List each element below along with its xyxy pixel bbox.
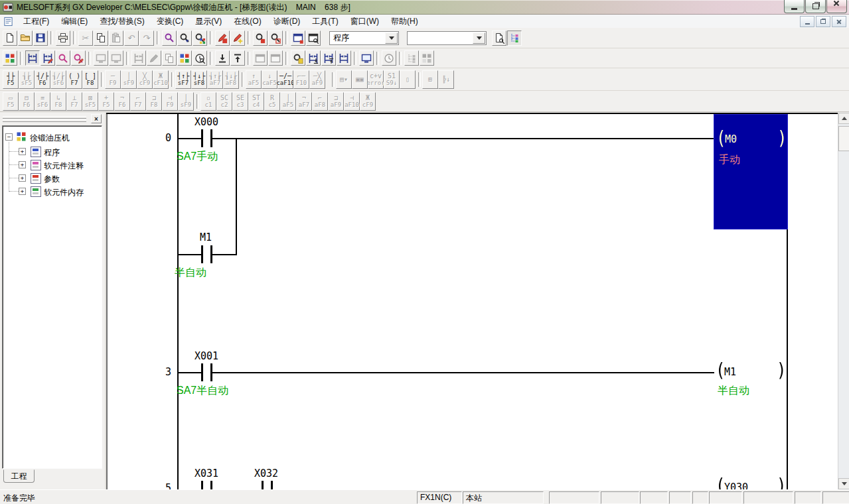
yellow-page-icon [297, 58, 304, 64]
mode-toolbar [0, 48, 849, 68]
comment-display-button[interactable] [492, 31, 506, 46]
coil-label[interactable]: M1 [724, 366, 736, 378]
zoom-button[interactable] [253, 31, 268, 46]
device-batch-monitor-button[interactable] [291, 50, 305, 66]
menu-item-help[interactable]: 帮助(H) [385, 15, 424, 29]
step-number: 5 [145, 482, 171, 489]
panel-close-button[interactable]: × [91, 114, 102, 123]
contact-label[interactable]: X031 [194, 468, 218, 479]
redo-icon: ↷ [143, 34, 151, 42]
sfc-step-button: ▭F5 [3, 92, 19, 111]
selection-cursor[interactable]: ( M0 ) 手动 [714, 114, 788, 229]
menu-item-diagnostics[interactable]: 诊断(D) [268, 15, 307, 29]
invert-operation-button[interactable]: ─/─caF10 [277, 70, 293, 89]
coil-label[interactable]: M0 [725, 133, 737, 145]
closed-contact-button[interactable]: ┤/├F6 [35, 70, 50, 89]
tree-expander[interactable]: + [19, 148, 26, 155]
delete-column-button[interactable] [321, 50, 336, 66]
find-instruction-button[interactable] [193, 31, 207, 46]
menu-item-project[interactable]: 工程(F) [17, 15, 55, 29]
print-button[interactable] [56, 31, 70, 46]
scroll-up-button[interactable] [838, 113, 849, 124]
ladder-symbol-toolbar: ┤├F5┧┟sF5┤/├F6┧/┟sF6( )F7[ ]F8─F9│sF9╳cF… [0, 68, 849, 91]
contact-label[interactable]: X032 [254, 468, 278, 479]
project-tree-toggle-button[interactable] [507, 31, 522, 46]
panel-grip[interactable] [3, 119, 86, 122]
tree-item-device-memory[interactable]: + 软元件内存 [3, 186, 102, 198]
zoom-area-button[interactable] [268, 31, 283, 46]
menu-item-view[interactable]: 显示(V) [189, 15, 228, 29]
tree-children: + 程序 + 软元件注释 + 参数 [3, 126, 102, 468]
vertical-scrollbar[interactable] [838, 113, 849, 489]
panel-grip[interactable] [3, 116, 86, 119]
tree-item-device-comment[interactable]: + 软元件注释 [3, 159, 102, 171]
coil-button[interactable]: ( )F7 [66, 70, 82, 89]
save-button[interactable] [33, 31, 48, 46]
menu-item-tools[interactable]: 工具(T) [306, 15, 344, 29]
scroll-down-button[interactable] [838, 478, 849, 489]
contact-label[interactable]: X000 [194, 116, 218, 128]
restore-button[interactable] [805, 0, 826, 13]
data-combo[interactable] [407, 31, 487, 45]
close-button[interactable] [826, 0, 847, 13]
new-button[interactable] [3, 31, 17, 46]
coil-label[interactable]: Y030 [724, 481, 748, 489]
read-mode-button[interactable] [25, 50, 40, 66]
mdi-restore-button[interactable] [816, 16, 830, 27]
mdi-close-button[interactable] [832, 16, 846, 27]
project-search-button[interactable] [306, 31, 321, 46]
menu-item-find-replace[interactable]: 查找/替换(S) [94, 15, 150, 29]
program-convert-button[interactable] [3, 50, 17, 66]
insert-row-button[interactable] [215, 50, 230, 66]
mdi-minimize-button[interactable] [800, 16, 814, 27]
wire [178, 138, 202, 139]
open-button[interactable] [18, 31, 33, 46]
grid-mini-icon [199, 38, 206, 44]
open-contact-button[interactable]: ┤├F5 [3, 70, 19, 89]
toolbar-separator [354, 52, 356, 65]
arrow-mini-icon [328, 58, 335, 64]
monitor-write-mode-button[interactable] [71, 50, 86, 66]
menu-item-window[interactable]: 窗口(W) [345, 15, 385, 29]
contact-label[interactable]: M1 [200, 231, 212, 243]
program-combo[interactable]: 程序 [329, 31, 399, 45]
edit-connection-button[interactable] [337, 50, 351, 66]
contact-label[interactable]: X001 [194, 350, 218, 362]
rising-pulse-button[interactable]: ┤↑├sF7 [175, 70, 191, 89]
menu-item-edit[interactable]: 编辑(E) [55, 15, 94, 29]
project-tab[interactable]: 工程 [3, 470, 35, 483]
tree-expander[interactable]: + [19, 188, 26, 195]
chevron-down-icon [389, 36, 394, 40]
line-f10-button: ⌐─F10 [293, 70, 309, 89]
find-button[interactable] [162, 31, 177, 46]
copy-button[interactable] [94, 31, 108, 46]
display-mode-button[interactable] [359, 50, 374, 66]
monitor-mode-button[interactable] [56, 50, 70, 66]
find-device-button[interactable] [177, 31, 192, 46]
insert-column-button[interactable] [306, 50, 321, 66]
scrollbar-thumb[interactable] [838, 126, 849, 151]
ladder-edit-button[interactable] [215, 31, 230, 46]
tree-item-program[interactable]: + 程序 [3, 146, 102, 158]
minimize-button[interactable] [784, 0, 805, 13]
toolbar-separator [157, 31, 159, 44]
pencil-mini-icon [47, 58, 54, 64]
menu-item-convert[interactable]: 变换(C) [151, 15, 190, 29]
block-convert-button: ╠↓ [438, 70, 454, 89]
delete-row-button[interactable] [230, 50, 245, 66]
online-change-button[interactable] [177, 50, 192, 66]
ladder-canvas[interactable]: 0 X000 SA7手动 M1 半自动 ( M0 ) 手动 3 X001 SA7… [106, 113, 838, 489]
menu-item-online[interactable]: 在线(O) [228, 15, 267, 29]
tree-expander[interactable]: + [19, 174, 26, 182]
write-mode-button[interactable] [40, 50, 55, 66]
screen-switch-button[interactable] [291, 31, 305, 46]
combo-dropdown-button[interactable] [385, 32, 398, 44]
tree-item-parameter[interactable]: + 参数 [3, 172, 102, 184]
tree-expander[interactable]: + [19, 161, 26, 168]
application-instruction-button[interactable]: [ ]F8 [82, 70, 98, 89]
scan-time-button[interactable] [193, 50, 207, 66]
falling-pulse-button[interactable]: ┤↓├sF8 [191, 70, 207, 89]
combo-dropdown-button[interactable] [473, 32, 485, 44]
device-test-button[interactable] [230, 31, 245, 46]
project-panel: × − 徐锻油压机 + 程序 + [0, 113, 105, 489]
